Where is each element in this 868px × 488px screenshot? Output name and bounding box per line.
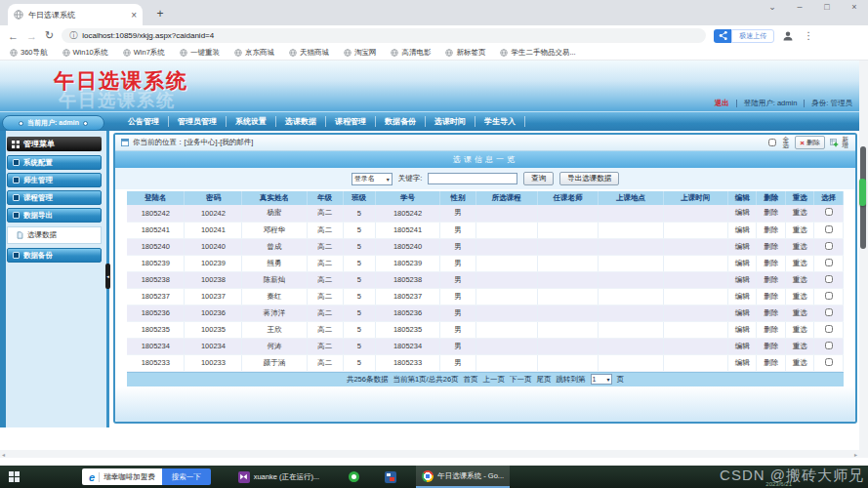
logout-link[interactable]: 退出 <box>715 99 729 108</box>
search-field-select[interactable]: 登录名 ▾ <box>351 173 393 185</box>
column-header[interactable]: 密码 <box>185 191 242 205</box>
upload-extension-button[interactable]: 极速上传 <box>714 29 774 43</box>
scroll-left-icon[interactable]: ◂ <box>2 451 5 458</box>
browser-tab[interactable]: 午日选课系统 × <box>8 4 143 25</box>
delete-link[interactable]: 删除 <box>757 354 785 371</box>
window-maximize-button[interactable]: □ <box>821 2 833 12</box>
taskbar-search-button[interactable]: 搜索一下 <box>162 468 211 485</box>
nav-item[interactable]: 公告管理 <box>119 116 169 127</box>
reselect-link[interactable]: 重选 <box>785 354 813 371</box>
new-tab-button[interactable]: + <box>152 6 168 21</box>
column-header[interactable]: 学号 <box>375 191 439 205</box>
last-page-link[interactable]: 尾页 <box>537 375 552 385</box>
vertical-scrollbar[interactable] <box>859 61 868 458</box>
edit-link[interactable]: 编辑 <box>728 338 757 354</box>
reselect-link[interactable]: 重选 <box>785 321 813 338</box>
delete-link[interactable]: 删除 <box>757 222 785 238</box>
column-header[interactable]: 任课老师 <box>537 191 599 205</box>
column-header[interactable]: 上课时间 <box>663 191 727 205</box>
sidebar-menu-button[interactable]: 数据导出 <box>7 208 102 223</box>
window-minimize-button[interactable]: – <box>794 2 806 12</box>
row-select-checkbox[interactable] <box>825 259 833 266</box>
delete-selected-button[interactable]: × 删除 <box>795 136 825 149</box>
column-header[interactable]: 年级 <box>307 191 343 205</box>
profile-avatar-icon[interactable] <box>782 30 794 42</box>
edit-link[interactable]: 编辑 <box>728 255 757 271</box>
column-header[interactable]: 上课地点 <box>599 191 663 205</box>
reselect-link[interactable]: 重选 <box>785 222 813 238</box>
url-box[interactable]: ⓘ localhost:10859/xkjg.aspx?caidanid=4 <box>62 28 706 43</box>
bookmark-item[interactable]: 天猫商城 <box>289 48 329 58</box>
delete-link[interactable]: 删除 <box>757 288 785 305</box>
sidebar-subitem-course-data[interactable]: 选课数据 <box>7 226 102 244</box>
scroll-indicator-pill[interactable] <box>859 179 866 206</box>
row-select-checkbox[interactable] <box>825 208 833 216</box>
delete-link[interactable]: 删除 <box>757 338 785 354</box>
keyword-input[interactable] <box>428 173 517 184</box>
bookmark-item[interactable]: 高清电影 <box>391 48 431 58</box>
column-header[interactable]: 登陆名 <box>127 191 185 205</box>
add-new-button[interactable]: 新 增 <box>830 137 849 149</box>
row-select-checkbox[interactable] <box>825 308 833 316</box>
nav-item[interactable]: 管理员管理 <box>169 116 227 127</box>
scroll-right-icon[interactable]: ▸ <box>854 451 857 458</box>
delete-link[interactable]: 删除 <box>757 321 785 338</box>
taskbar-chrome-button[interactable]: 午日选课系统 - Go... <box>416 466 510 488</box>
row-select-checkbox[interactable] <box>825 358 833 366</box>
reselect-link[interactable]: 重选 <box>785 271 813 288</box>
window-close-button[interactable]: × <box>848 2 860 12</box>
bookmark-item[interactable]: 淘宝网 <box>344 48 377 58</box>
forward-icon[interactable]: → <box>26 30 37 42</box>
horizontal-scrollbar[interactable]: ◂ ▸ <box>0 450 859 458</box>
prev-page-link[interactable]: 上一页 <box>483 375 506 385</box>
column-header[interactable]: 删除 <box>757 191 785 205</box>
row-select-checkbox[interactable] <box>825 225 833 233</box>
select-all-checkbox[interactable] <box>768 139 776 146</box>
edit-link[interactable]: 编辑 <box>728 288 757 305</box>
bookmark-item[interactable]: Win7系统 <box>123 48 165 58</box>
select-all-label[interactable]: 全 选 <box>781 137 790 149</box>
next-page-link[interactable]: 下一页 <box>510 375 532 385</box>
taskbar-visualstudio-button[interactable]: xuanke (正在运行)... <box>232 466 326 488</box>
reselect-link[interactable]: 重选 <box>785 205 813 222</box>
start-button[interactable] <box>0 466 27 488</box>
row-select-checkbox[interactable] <box>825 325 833 333</box>
edit-link[interactable]: 编辑 <box>728 222 757 238</box>
delete-link[interactable]: 删除 <box>757 271 785 288</box>
bookmark-item[interactable]: 新标签页 <box>445 48 485 58</box>
column-header[interactable]: 编辑 <box>728 191 757 205</box>
browser-menu-icon[interactable]: ⋮ <box>802 30 815 41</box>
edit-link[interactable]: 编辑 <box>728 271 757 288</box>
column-header[interactable]: 性别 <box>440 191 476 205</box>
first-page-link[interactable]: 首页 <box>464 375 478 385</box>
nav-item[interactable]: 系统设置 <box>227 116 276 127</box>
sidebar-collapse-handle[interactable]: ◂ <box>105 264 110 289</box>
sidebar-menu-button[interactable]: 课程管理 <box>7 190 102 205</box>
reselect-link[interactable]: 重选 <box>785 305 813 321</box>
edit-link[interactable]: 编辑 <box>728 321 757 338</box>
delete-link[interactable]: 删除 <box>757 205 785 222</box>
sidebar-menu-button[interactable]: 系统配置 <box>7 155 102 170</box>
reselect-link[interactable]: 重选 <box>785 338 813 354</box>
tab-close-icon[interactable]: × <box>131 10 137 20</box>
site-info-icon[interactable]: ⓘ <box>69 30 77 41</box>
edit-link[interactable]: 编辑 <box>728 205 757 222</box>
bookmark-item[interactable]: 学生二手物品交易... <box>500 48 575 58</box>
column-header[interactable]: 班级 <box>343 191 375 205</box>
column-header[interactable]: 重选 <box>785 191 813 205</box>
sidebar-menu-button[interactable]: 师生管理 <box>7 173 102 187</box>
column-header[interactable]: 选择 <box>814 191 844 205</box>
row-select-checkbox[interactable] <box>825 242 833 250</box>
taskbar-media-button[interactable] <box>379 466 402 488</box>
column-header[interactable]: 真实姓名 <box>242 191 307 205</box>
export-button[interactable]: 导出选课数据 <box>559 172 619 185</box>
bookmark-item[interactable]: 一键重装 <box>180 48 220 58</box>
delete-link[interactable]: 删除 <box>757 238 785 255</box>
tab-search-icon[interactable]: ⌄ <box>766 2 778 12</box>
taskbar-360-button[interactable] <box>343 466 365 488</box>
sidebar-menu-button-backup[interactable]: 数据备份 <box>7 248 102 263</box>
reselect-link[interactable]: 重选 <box>785 238 813 255</box>
current-user-tab[interactable]: 当前用户: admin <box>2 115 104 131</box>
jump-page-select[interactable]: 1 ▾ <box>591 374 612 385</box>
nav-item[interactable]: 选课数据 <box>276 116 326 127</box>
